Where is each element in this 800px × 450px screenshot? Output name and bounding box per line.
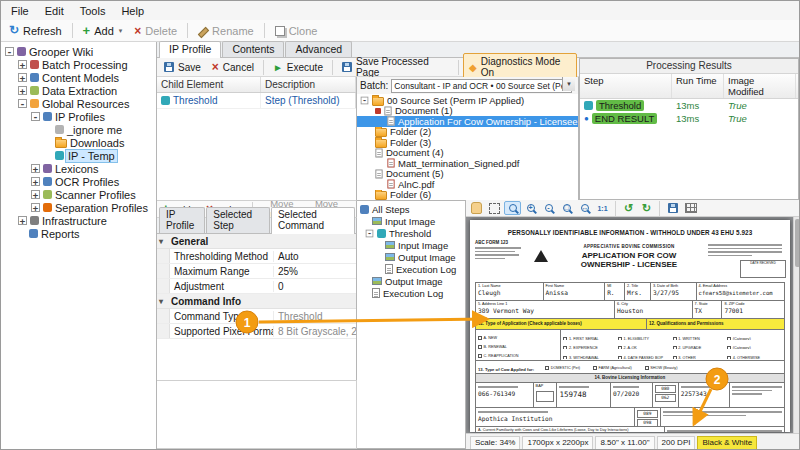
batch-node[interactable]: Matt_termination_Signed.pdf (357, 158, 578, 169)
zoom-in-button[interactable]: + (522, 201, 539, 215)
pan-tool-button[interactable] (468, 201, 485, 215)
property-group-general[interactable]: General (157, 234, 356, 249)
batch-node[interactable]: Document (1) (357, 106, 578, 117)
table-row[interactable]: Threshold Step (Threshold) (157, 93, 356, 109)
expand-icon[interactable]: + (18, 86, 27, 95)
property-row[interactable]: Adjustment 0 (157, 279, 356, 294)
steps-node-threshold[interactable]: -Threshold (357, 227, 465, 239)
property-row[interactable]: Command Type Threshold (157, 309, 356, 324)
nav-item-ocr-profiles[interactable]: +OCR Profiles (1, 175, 156, 188)
steps-node-input-image-child[interactable]: Input Image (357, 239, 465, 251)
batch-dropdown[interactable]: Consultant - IP and OCR • 00 Source Set … (391, 79, 572, 93)
property-row[interactable]: Supported Pixel Formats 8 Bit Grayscale,… (157, 324, 356, 339)
expand-icon[interactable]: + (31, 177, 40, 186)
expand-icon[interactable]: + (31, 203, 40, 212)
expand-icon[interactable]: + (31, 164, 40, 173)
nav-item-infrastructure[interactable]: +Infrastructure (1, 214, 156, 227)
column-step[interactable]: Step (580, 74, 672, 98)
collapse-icon[interactable]: - (5, 47, 14, 56)
zoom-region-button[interactable] (504, 201, 521, 215)
nav-item-lexicons[interactable]: +Lexicons (1, 162, 156, 175)
actual-size-button[interactable]: 1:1 (594, 201, 611, 215)
child-element-name[interactable]: Threshold (173, 95, 217, 106)
rotate-left-button[interactable]: ↺ (620, 201, 637, 215)
steps-node-output-image-child[interactable]: Output Image (357, 251, 465, 263)
select-region-button[interactable] (486, 201, 503, 215)
expand-icon[interactable]: + (31, 190, 40, 199)
collapse-icon[interactable]: - (31, 112, 40, 121)
nav-item-scanner-profiles[interactable]: +Scanner Profiles (1, 188, 156, 201)
expand-icon[interactable]: + (18, 216, 27, 225)
result-row-end-result[interactable]: ●END RESULT 13ms True (580, 112, 798, 125)
nav-item-ip-temp[interactable]: IP - Temp (1, 149, 156, 162)
nav-item-data-extraction[interactable]: +Data Extraction (1, 84, 156, 97)
batch-node[interactable]: Folder (3) (357, 137, 578, 148)
execute-button[interactable]: ► Execute (268, 60, 328, 75)
column-run-time[interactable]: Run Time (672, 74, 724, 98)
batch-node[interactable]: Folder (2) (357, 127, 578, 138)
nav-item-global-resources[interactable]: -Global Resources (1, 97, 156, 110)
chevron-down-icon[interactable]: ▼ (562, 77, 575, 91)
steps-node-all-steps[interactable]: All Steps (357, 203, 465, 215)
document-page[interactable]: PERSONALLY IDENTIFIABLE INFORMATION - WI… (470, 220, 790, 432)
thumbnail-view-button[interactable] (682, 201, 699, 215)
steps-node-execution-log[interactable]: Execution Log (357, 287, 465, 299)
batch-node[interactable]: -00 Source Set (Perm IP Applied) (357, 95, 578, 106)
nav-item-batch-processing[interactable]: +Batch Processing (1, 58, 156, 71)
image-viewer[interactable]: PERSONALLY IDENTIFIABLE INFORMATION - WI… (466, 217, 800, 433)
tab-selected-step[interactable]: Selected Step (206, 207, 270, 233)
property-value[interactable]: Auto (274, 251, 356, 262)
property-row[interactable]: Maximum Range 25% (157, 264, 356, 279)
collapse-icon[interactable]: - (361, 96, 369, 104)
menu-file[interactable]: File (3, 3, 37, 19)
column-image-modified[interactable]: Image Modified (724, 74, 796, 98)
expand-icon[interactable]: + (18, 60, 27, 69)
viewer-scrollbar[interactable] (793, 217, 800, 433)
expand-icon[interactable]: + (18, 73, 27, 82)
nav-item-ip-profiles[interactable]: -IP Profiles (1, 110, 156, 123)
batch-node[interactable]: Folder (6) (357, 190, 578, 201)
tab-selected-command[interactable]: Selected Command (271, 207, 355, 234)
menu-help[interactable]: Help (113, 3, 152, 19)
refresh-button[interactable]: ↻ Refresh (4, 23, 67, 39)
property-row[interactable]: Thresholding Method Auto (157, 249, 356, 264)
collapse-icon[interactable]: - (18, 99, 27, 108)
column-description[interactable]: Description (261, 77, 356, 92)
steps-node-execution-log-child[interactable]: Execution Log (357, 263, 465, 275)
save-image-button[interactable] (664, 201, 681, 215)
nav-item-reports[interactable]: Reports (1, 227, 156, 240)
nav-item-content-models[interactable]: +Content Models (1, 71, 156, 84)
steps-node-input-image[interactable]: Input Image (357, 215, 465, 227)
scrollbar-thumb[interactable] (795, 219, 800, 267)
tab-ip-profile[interactable]: IP Profile (159, 41, 221, 58)
batch-node[interactable]: Document (5) (357, 169, 578, 180)
nav-item-separation-profiles[interactable]: +Separation Profiles (1, 201, 156, 214)
rotate-right-button[interactable]: ↻ (638, 201, 655, 215)
property-group-command-info[interactable]: Command Info (157, 294, 356, 309)
cancel-button[interactable]: × Cancel (207, 60, 259, 75)
tab-contents[interactable]: Contents (222, 41, 284, 57)
tab-ip-profile-props[interactable]: IP Profile (159, 207, 205, 233)
add-button[interactable]: + Add ▾ (78, 23, 128, 39)
nav-item-downloads[interactable]: Downloads (1, 136, 156, 149)
save-button[interactable]: Save (159, 60, 206, 75)
zoom-out-button[interactable]: - (540, 201, 557, 215)
delete-button[interactable]: × Delete (129, 23, 182, 39)
rename-button[interactable]: Rename (193, 23, 259, 39)
result-row-threshold[interactable]: Threshold 13ms True (580, 99, 798, 112)
batch-node-selected[interactable]: Application For Cow Ownership - Licensee… (357, 116, 578, 127)
nav-item-ignore-me[interactable]: _ignore me (1, 123, 156, 136)
menu-tools[interactable]: Tools (72, 3, 114, 19)
property-value[interactable]: 0 (274, 281, 356, 292)
nav-item-grooper-wiki[interactable]: -Grooper Wiki (1, 45, 156, 58)
fit-width-button[interactable]: ↔ (576, 201, 593, 215)
batch-node[interactable]: Document (4) (357, 148, 578, 159)
batch-node[interactable]: AlnC.pdf (357, 179, 578, 190)
collapse-icon[interactable]: - (366, 229, 374, 237)
steps-node-output-image[interactable]: Output Image (357, 275, 465, 287)
column-child-element[interactable]: Child Element (157, 77, 261, 92)
menu-edit[interactable]: Edit (37, 3, 72, 19)
property-value[interactable]: 25% (274, 266, 356, 277)
fit-page-button[interactable]: □ (558, 201, 575, 215)
clone-button[interactable]: Clone (270, 23, 323, 39)
